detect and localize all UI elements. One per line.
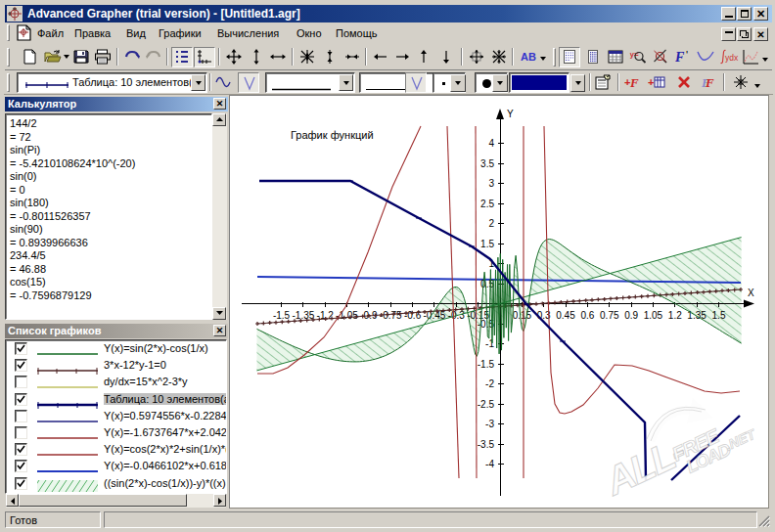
svg-text:': ' [686,49,688,61]
svg-text:1.2: 1.2 [668,310,682,321]
svg-text:0.15: 0.15 [513,310,532,321]
svg-text:F: F [675,50,685,65]
svg-text:-1.05: -1.05 [336,310,358,321]
svg-text:Y: Y [507,109,514,119]
svg-text:F: F [705,75,714,90]
svg-text:-0.3: -0.3 [448,310,466,321]
svg-text:-3.5: -3.5 [478,439,495,450]
svg-text:F: F [629,75,639,90]
svg-text:1.5: 1.5 [480,239,494,249]
svg-text:-1.5: -1.5 [478,359,495,370]
svg-text:-1: -1 [485,338,494,349]
svg-text:3.5: 3.5 [480,158,494,169]
svg-text:+: + [648,76,654,88]
svg-text:-2.5: -2.5 [478,399,495,410]
svg-text:3: 3 [488,178,494,189]
svg-text:.NET: .NET [723,425,759,454]
svg-text:-1.35: -1.35 [293,310,315,321]
svg-text:-2: -2 [485,378,494,389]
svg-text:0.6: 0.6 [580,310,594,321]
svg-text:X: X [748,288,754,298]
svg-text:4: 4 [488,138,494,149]
svg-text:y=: y= [630,50,639,59]
svg-text:-1.5: -1.5 [273,310,291,321]
svg-text:0.45: 0.45 [556,310,575,321]
svg-text:1.35: 1.35 [687,310,707,321]
svg-text:0.75: 0.75 [600,310,619,321]
svg-text:1.05: 1.05 [644,310,663,321]
svg-text:ydx: ydx [725,53,739,63]
svg-text:-3: -3 [485,419,494,429]
svg-text:2: 2 [488,218,494,229]
svg-text:2.5: 2.5 [480,199,494,209]
svg-text:График функций: График функций [291,129,374,141]
svg-text:1.5: 1.5 [712,310,726,321]
svg-text:0.9: 0.9 [624,310,638,321]
svg-text:-4: -4 [485,459,494,469]
